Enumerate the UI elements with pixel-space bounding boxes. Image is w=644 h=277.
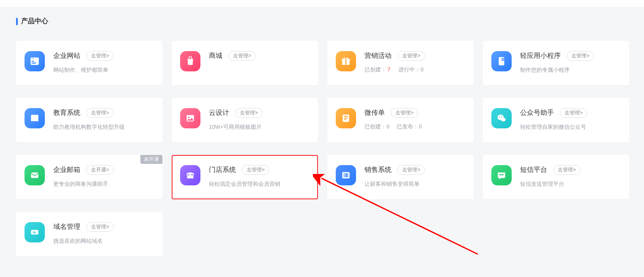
svg-rect-28 (344, 176, 345, 177)
card-marketing[interactable]: 营销活动 去管理> 已创建：7 进行中：0 (327, 41, 474, 85)
card-title: 门店系统 (209, 166, 236, 174)
manage-button[interactable]: 去管理> (391, 108, 418, 118)
card-education[interactable]: 教育系统 去管理> 助力教培机构数字化转型升级 (16, 98, 162, 142)
card-desc: 助力教培机构数字化转型升级 (53, 123, 154, 132)
svg-rect-4 (31, 61, 34, 62)
flyer-icon (336, 108, 356, 128)
svg-point-18 (501, 118, 506, 122)
card-desc: 挑选喜欢的网站域名 (53, 237, 154, 246)
manage-button[interactable]: 去管理> (397, 51, 425, 61)
card-desc: 网站制作、维护都简单 (53, 66, 154, 75)
card-title: 商城 (209, 52, 222, 60)
card-domain[interactable]: W. 域名管理 去管理> 挑选喜欢的网站域名 (16, 212, 162, 256)
stat-progress-label: 进行中： (398, 66, 420, 73)
card-desc: 更专业的商务沟通助手 (53, 180, 154, 189)
manage-button[interactable]: 去管理> (86, 222, 114, 232)
manage-button[interactable]: 去管理> (235, 108, 263, 118)
svg-point-3 (33, 58, 33, 59)
svg-rect-26 (344, 175, 345, 176)
book-icon (25, 108, 45, 128)
card-stats: 已创建：0 已发布：0 (364, 123, 465, 130)
section-title: 产品中心 (21, 17, 48, 26)
gift-icon (336, 51, 356, 71)
list-icon (336, 165, 356, 185)
manage-button[interactable]: 去管理> (397, 165, 425, 175)
product-grid: 企业网站 去管理> 网站制作、维护都简单 商城 去管理> 营销活动 去管理> (0, 29, 644, 256)
manage-button[interactable]: 去管理> (242, 165, 269, 175)
card-wechat-helper[interactable]: 公众号助手 去管理> 轻松管理自家的微信公众号 (483, 98, 629, 142)
chat-icon (491, 165, 512, 185)
svg-rect-24 (344, 174, 345, 174)
card-title: 域名管理 (53, 223, 80, 231)
card-mall[interactable]: 商城 去管理> (172, 41, 318, 85)
svg-rect-29 (345, 176, 348, 177)
manage-button[interactable]: 去管理> (567, 51, 594, 61)
svg-text:W.: W. (33, 231, 37, 234)
svg-rect-5 (31, 62, 36, 63)
svg-point-2 (32, 58, 33, 59)
card-title: 企业邮箱 (53, 166, 80, 174)
card-title: 云设计 (209, 109, 229, 117)
svg-rect-15 (344, 118, 348, 119)
svg-rect-21 (31, 173, 38, 178)
svg-rect-14 (344, 116, 348, 117)
stat-created-value: 0 (386, 123, 389, 130)
manage-button[interactable]: 去管理> (560, 108, 587, 118)
shopping-bag-icon (180, 51, 200, 71)
section-header: 产品中心 (0, 7, 644, 29)
svg-point-19 (499, 117, 500, 117)
card-sales[interactable]: 销售系统 去管理> 让获客和销售变得简单 (327, 155, 474, 199)
svg-rect-16 (344, 119, 346, 120)
card-desc: 让获客和销售变得简单 (364, 180, 465, 189)
stat-created-value: 7 (387, 66, 390, 73)
stat-created-label: 已创建： (364, 123, 386, 130)
card-desc: 轻松管理自家的微信公众号 (520, 123, 621, 132)
card-desc: 短信发送管理平台 (520, 180, 621, 189)
status-badge-unopened: 未开通 (140, 155, 162, 164)
card-email[interactable]: 未开通 企业邮箱 去开通> 更专业的商务沟通助手 (16, 155, 162, 199)
manage-button[interactable]: 去管理> (86, 108, 114, 118)
svg-rect-30 (499, 174, 504, 175)
stat-progress-value: 0 (420, 66, 423, 73)
card-title: 企业网站 (53, 52, 80, 60)
card-store-system[interactable]: 门店系统 去管理> 轻松搞定会员管理和会员营销 (172, 155, 318, 199)
card-title: 营销活动 (364, 52, 392, 60)
card-desc: 轻松搞定会员管理和会员营销 (209, 180, 310, 189)
card-title: 轻应用小程序 (520, 52, 561, 60)
stat-publish-label: 已发布： (397, 123, 419, 130)
card-miniapp[interactable]: 轻应用小程序 去管理> 制作您的专属小程序 (483, 41, 629, 85)
mail-icon (25, 165, 45, 185)
svg-rect-25 (345, 174, 348, 174)
stat-publish-value: 0 (419, 123, 422, 130)
website-icon (25, 51, 45, 71)
svg-point-12 (188, 117, 189, 118)
card-website[interactable]: 企业网站 去管理> 网站制作、维护都简单 (16, 41, 162, 85)
svg-point-20 (501, 117, 502, 117)
store-icon (180, 165, 200, 185)
card-title: 教育系统 (53, 109, 80, 117)
manage-button[interactable]: 去管理> (86, 51, 114, 61)
card-design[interactable]: 云设计 去管理> 10W+可商用模板图片 (172, 98, 318, 142)
open-button[interactable]: 去开通> (86, 165, 114, 175)
card-desc: 制作您的专属小程序 (520, 66, 621, 75)
manage-button[interactable]: 去管理> (553, 165, 581, 175)
card-title: 微传单 (364, 109, 385, 117)
card-desc: 10W+可商用模板图片 (209, 123, 310, 132)
card-title: 公众号助手 (520, 109, 554, 117)
wechat-icon (491, 108, 512, 128)
svg-rect-22 (187, 175, 193, 179)
section-accent-bar (16, 18, 18, 25)
miniapp-icon (491, 51, 512, 71)
manage-button[interactable]: 去管理> (228, 51, 256, 61)
card-sms[interactable]: 短信平台 去管理> 短信发送管理平台 (483, 155, 629, 199)
svg-rect-27 (345, 175, 348, 176)
top-bar (0, 0, 644, 7)
svg-rect-8 (345, 59, 346, 65)
stat-created-label: 已创建： (364, 66, 386, 73)
card-flyer[interactable]: 微传单 去管理> 已创建：0 已发布：0 (327, 98, 474, 142)
card-stats: 已创建：7 进行中：0 (364, 66, 465, 73)
card-title: 短信平台 (520, 166, 547, 174)
svg-point-10 (501, 58, 504, 61)
card-title: 销售系统 (364, 166, 392, 174)
image-icon (180, 108, 200, 128)
